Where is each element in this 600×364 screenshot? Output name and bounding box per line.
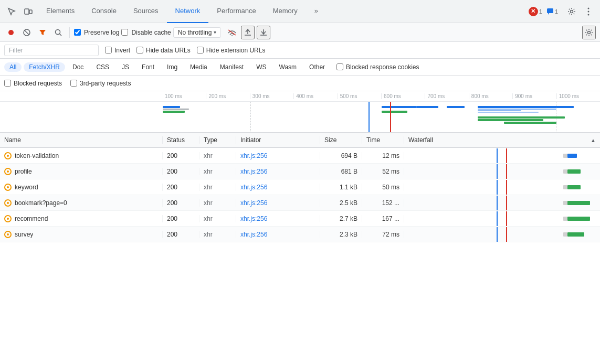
col-header-type[interactable]: Type: [199, 136, 236, 144]
initiator-link[interactable]: xhr.js:256: [240, 152, 267, 159]
svg-rect-2: [547, 8, 553, 13]
blocked-cookies-checkbox[interactable]: [336, 63, 343, 70]
cell-type: xhr: [199, 231, 236, 238]
tick-100ms: 100 ms: [163, 93, 206, 99]
settings-icon[interactable]: [564, 4, 579, 19]
type-btn-all[interactable]: All: [4, 62, 22, 72]
waterfall-receiving: [567, 217, 591, 221]
import-button[interactable]: [241, 26, 255, 39]
hide-data-urls-label[interactable]: Hide data URLs: [136, 47, 191, 54]
svg-point-6: [588, 14, 590, 15]
table-row[interactable]: bookmark?page=0 200 xhr xhr.js:256 2.5 k…: [0, 195, 600, 211]
col-header-time[interactable]: Time: [362, 136, 404, 144]
preserve-log-checkbox[interactable]: [74, 29, 81, 36]
cell-waterfall: [404, 211, 600, 227]
invert-label[interactable]: Invert: [105, 47, 130, 54]
tab-performance[interactable]: Performance: [208, 0, 264, 23]
clear-button[interactable]: [20, 26, 34, 39]
cell-size: 2.5 kB: [320, 199, 362, 207]
blocked-requests-label[interactable]: Blocked requests: [4, 80, 62, 87]
table-row[interactable]: token-validation 200 xhr xhr.js:256 694 …: [0, 148, 600, 164]
tab-network[interactable]: Network: [167, 0, 209, 23]
col-header-initiator[interactable]: Initiator: [236, 136, 320, 144]
waterfall-receiving: [567, 154, 577, 158]
network-toolbar: Preserve log Disable cache No throttling…: [0, 23, 600, 42]
disable-cache-label[interactable]: Disable cache: [121, 29, 171, 36]
timeline-header: 100 ms 200 ms 300 ms 400 ms 500 ms 600 m…: [0, 91, 600, 102]
cell-initiator: xhr.js:256: [236, 168, 320, 175]
inspect-icon[interactable]: [4, 4, 19, 19]
tab-more[interactable]: »: [306, 0, 327, 23]
network-settings-button[interactable]: [582, 26, 596, 39]
col-header-size[interactable]: Size: [320, 136, 362, 144]
table-body: token-validation 200 xhr xhr.js:256 694 …: [0, 148, 600, 364]
hide-ext-urls-checkbox[interactable]: [197, 47, 204, 53]
svg-point-7: [8, 30, 14, 35]
filter-input[interactable]: [4, 45, 99, 56]
tab-sources[interactable]: Sources: [125, 0, 167, 23]
type-btn-other[interactable]: Other: [304, 62, 330, 72]
third-party-checkbox[interactable]: [70, 80, 77, 87]
initiator-link[interactable]: xhr.js:256: [240, 199, 267, 207]
hide-data-urls-checkbox[interactable]: [136, 47, 143, 53]
table-row[interactable]: recommend 200 xhr xhr.js:256 2.7 kB 167 …: [0, 211, 600, 227]
col-header-name[interactable]: Name: [0, 136, 163, 144]
tab-memory[interactable]: Memory: [265, 0, 306, 23]
more-menu-icon[interactable]: [581, 4, 596, 19]
type-btn-wasm[interactable]: Wasm: [274, 62, 302, 72]
waterfall-red-line: [506, 227, 507, 242]
table-row[interactable]: survey 200 xhr xhr.js:256 2.3 kB 72 ms: [0, 227, 600, 242]
blocked-cookies-label[interactable]: Blocked response cookies: [336, 63, 419, 71]
table-row[interactable]: keyword 200 xhr xhr.js:256 1.1 kB 50 ms: [0, 179, 600, 195]
cell-status: 200: [163, 152, 199, 159]
preserve-log-label[interactable]: Preserve log: [74, 29, 119, 36]
record-button[interactable]: [4, 26, 18, 39]
table-row[interactable]: profile 200 xhr xhr.js:256 681 B 52 ms: [0, 164, 600, 179]
type-btn-font[interactable]: Font: [136, 62, 160, 72]
invert-checkbox[interactable]: [105, 47, 112, 53]
devtools-icons: [4, 4, 36, 19]
type-btn-media[interactable]: Media: [185, 62, 213, 72]
type-btn-css[interactable]: CSS: [91, 62, 114, 72]
initiator-link[interactable]: xhr.js:256: [240, 215, 267, 222]
blocked-requests-checkbox[interactable]: [4, 80, 11, 87]
cell-time: 167 ...: [362, 215, 404, 222]
waterfall-blue-line: [497, 164, 498, 179]
waterfall-waiting: [563, 201, 567, 205]
type-btn-doc[interactable]: Doc: [67, 62, 89, 72]
request-name: token-validation: [15, 152, 59, 159]
device-toolbar-icon[interactable]: [21, 4, 36, 19]
type-btn-fetch-xhr[interactable]: Fetch/XHR: [24, 62, 65, 72]
col-header-waterfall[interactable]: Waterfall ▲: [404, 136, 600, 144]
hide-ext-urls-label[interactable]: Hide extension URLs: [197, 47, 266, 54]
export-button[interactable]: [257, 26, 270, 39]
offline-button[interactable]: [225, 26, 239, 39]
request-name: bookmark?page=0: [15, 199, 67, 207]
third-party-label[interactable]: 3rd-party requests: [70, 80, 131, 87]
type-btn-manifest[interactable]: Manifest: [215, 62, 249, 72]
cell-waterfall: [404, 227, 600, 242]
cell-initiator: xhr.js:256: [236, 215, 320, 222]
type-btn-img[interactable]: Img: [162, 62, 183, 72]
error-badge-group[interactable]: ✕ 1: [529, 7, 542, 16]
type-btn-js[interactable]: JS: [117, 62, 134, 72]
initiator-link[interactable]: xhr.js:256: [240, 184, 267, 191]
initiator-link[interactable]: xhr.js:256: [240, 168, 267, 175]
request-icon: [4, 184, 12, 191]
tab-elements[interactable]: Elements: [38, 0, 83, 23]
throttle-select[interactable]: No throttling ▾: [173, 27, 222, 38]
search-button[interactable]: [51, 26, 65, 39]
disable-cache-checkbox[interactable]: [121, 29, 128, 36]
type-btn-ws[interactable]: WS: [251, 62, 271, 72]
error-badge: ✕: [529, 7, 538, 16]
col-header-status[interactable]: Status: [163, 136, 199, 144]
warning-badge-group[interactable]: 1: [546, 8, 558, 15]
cell-name: recommend: [0, 215, 163, 222]
tab-console[interactable]: Console: [83, 0, 125, 23]
filter-button[interactable]: [36, 26, 49, 39]
initiator-link[interactable]: xhr.js:256: [240, 231, 267, 238]
tl-bar-2b: [416, 106, 438, 108]
cell-waterfall: [404, 179, 600, 195]
tl-bar-1c: [163, 111, 185, 113]
tl-bar-right-c: [478, 110, 521, 111]
